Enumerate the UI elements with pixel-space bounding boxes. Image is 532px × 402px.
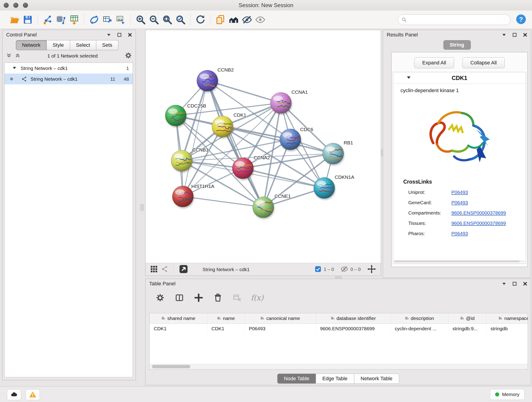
cell-namespace[interactable]: stringdb <box>486 324 528 334</box>
network-node-CDC25B[interactable] <box>165 105 187 128</box>
panel-float-menu-icon[interactable] <box>502 282 506 286</box>
panel-float-menu-icon[interactable] <box>107 33 111 37</box>
cell-description[interactable]: cyclin-dependent ... <box>391 324 448 334</box>
selected-checkbox-icon[interactable] <box>315 266 322 274</box>
panel-undock-icon[interactable] <box>513 282 517 286</box>
help-button[interactable]: ? <box>515 14 526 26</box>
table-row[interactable]: CDK1 CDK1 P06493 9606.ENSP00000378699 cy… <box>150 324 528 334</box>
network-row-selected[interactable]: String Network – cdk1 11 48 <box>5 74 133 84</box>
network-from-table-button[interactable] <box>101 13 114 27</box>
hide-annotations-button[interactable] <box>240 13 254 27</box>
memory-button[interactable]: Memory <box>490 389 525 400</box>
cell-name[interactable]: CDK1 <box>207 324 245 334</box>
delete-column-button[interactable] <box>212 292 223 303</box>
column-header-id[interactable]: @id <box>448 313 486 323</box>
zoom-out-button[interactable] <box>147 13 161 27</box>
panel-undock-icon[interactable] <box>513 33 517 37</box>
hidden-eye-slash-icon[interactable] <box>341 265 348 274</box>
cell-id[interactable]: stringdb:9... <box>448 324 486 334</box>
zoom-fit-button[interactable] <box>161 13 174 27</box>
clone-network-button[interactable] <box>88 13 101 27</box>
cell-database-identifier[interactable]: 9606.ENSP00000378699 <box>316 324 391 334</box>
collapse-all-networks-icon[interactable] <box>6 53 12 59</box>
gene-card-collapse-caret-icon[interactable] <box>406 75 411 81</box>
tab-sets[interactable]: Sets <box>96 40 119 50</box>
expand-all-networks-icon[interactable] <box>15 53 20 59</box>
tab-style[interactable]: Style <box>46 40 70 50</box>
tab-select[interactable]: Select <box>70 40 96 50</box>
warnings-button[interactable] <box>26 389 40 400</box>
panel-float-menu-icon[interactable] <box>502 33 506 37</box>
tree-collapse-caret-icon[interactable] <box>12 65 17 71</box>
copy-view-button[interactable] <box>214 13 227 27</box>
horizontal-scrollbar[interactable] <box>150 364 528 369</box>
tab-node-table[interactable]: Node Table <box>277 374 316 384</box>
import-network-database-button[interactable] <box>54 13 68 27</box>
network-canvas[interactable]: CCNB2CCNA1CDC25BCDK1CDC6RB1CCNB1CCNA2CDK… <box>146 30 381 263</box>
crosslink-tissues-link[interactable]: 9606.ENSP00000378699 <box>451 220 506 226</box>
zoom-selected-button[interactable] <box>174 13 187 27</box>
cell-canonical-name[interactable]: P06493 <box>245 324 316 334</box>
crosslink-uniprot-link[interactable]: P06493 <box>451 190 468 195</box>
collection-row[interactable]: String Network – cdk1 1 <box>5 63 133 74</box>
window-title: Session: New Session <box>0 2 532 8</box>
table-settings-gear-button[interactable] <box>155 292 166 303</box>
gene-card-cdk1: CDK1 cyclin-dependent kinase 1 <box>393 72 526 264</box>
open-session-button[interactable] <box>8 13 21 27</box>
zoom-in-button[interactable] <box>134 13 147 27</box>
network-name: String Network – cdk1 <box>31 76 77 82</box>
expand-all-button[interactable]: Expand All <box>414 57 454 68</box>
tab-edge-table[interactable]: Edge Table <box>316 374 354 384</box>
crosslink-compartments-link[interactable]: 9606.ENSP00000378699 <box>451 210 506 216</box>
share-network-icon[interactable] <box>161 265 168 274</box>
network-edge[interactable] <box>207 81 263 207</box>
zoom-in-icon <box>135 14 146 25</box>
network-node-CCNA1[interactable] <box>270 92 293 115</box>
collapse-all-button[interactable]: Collapse All <box>462 57 505 68</box>
column-header-canonical-name[interactable]: canonical name <box>245 313 316 323</box>
column-header-description[interactable]: description <box>391 313 448 323</box>
crosslink-pharos-link[interactable]: P06493 <box>451 231 468 236</box>
refresh-view-button[interactable] <box>194 13 207 27</box>
vertical-splitter-handle[interactable] <box>140 204 144 211</box>
home-layout-button[interactable] <box>227 13 240 27</box>
panel-close-icon[interactable] <box>128 33 132 37</box>
selected-node-edge-count: 1 – 0 <box>324 267 334 272</box>
search-input[interactable] <box>398 14 510 25</box>
open-in-new-window-button[interactable] <box>179 264 188 275</box>
show-columns-button[interactable] <box>174 292 185 303</box>
panel-undock-icon[interactable] <box>117 33 121 37</box>
cloud-status-button[interactable] <box>7 389 21 400</box>
save-session-button[interactable] <box>21 13 34 27</box>
crosslink-genecard-link[interactable]: P06493 <box>451 200 468 205</box>
column-header-name[interactable]: name <box>207 313 245 323</box>
cell-shared-name[interactable]: CDK1 <box>150 324 207 334</box>
network-edge[interactable] <box>183 81 207 196</box>
column-header-database-identifier[interactable]: database identifier <box>316 313 391 323</box>
gene-card-scrollbar[interactable] <box>394 260 525 262</box>
import-table-button[interactable] <box>68 13 81 27</box>
panel-close-icon[interactable] <box>523 33 527 37</box>
add-column-button[interactable] <box>193 292 204 303</box>
panel-close-icon[interactable] <box>523 282 527 286</box>
import-network-file-button[interactable] <box>41 13 54 27</box>
birdseye-grid-icon[interactable] <box>150 265 158 274</box>
column-header-namespace[interactable]: namespace <box>486 313 528 323</box>
function-builder-button[interactable]: f(x) <box>251 293 264 302</box>
horizontal-scrollbar-thumb[interactable] <box>152 365 190 368</box>
network-edge[interactable] <box>183 196 263 207</box>
network-node-CCNA2[interactable] <box>232 158 254 180</box>
network-node-CDK1[interactable] <box>212 116 234 138</box>
network-options-gear-icon[interactable] <box>125 52 132 60</box>
network-node-CDKN1A[interactable] <box>314 177 336 200</box>
show-view-button[interactable] <box>254 13 267 27</box>
tab-network[interactable]: Network <box>16 40 47 50</box>
tab-network-table[interactable]: Network Table <box>354 374 399 384</box>
network-node-RB1[interactable] <box>323 143 345 166</box>
network-node-CDC6[interactable] <box>280 129 303 151</box>
column-header-shared-name[interactable]: shared name <box>150 313 207 323</box>
results-tab-string[interactable]: String <box>443 40 471 50</box>
export-image-button[interactable] <box>114 13 127 27</box>
network-node-count: 11 <box>105 76 115 82</box>
fit-selected-crosshair-icon[interactable] <box>367 264 376 274</box>
